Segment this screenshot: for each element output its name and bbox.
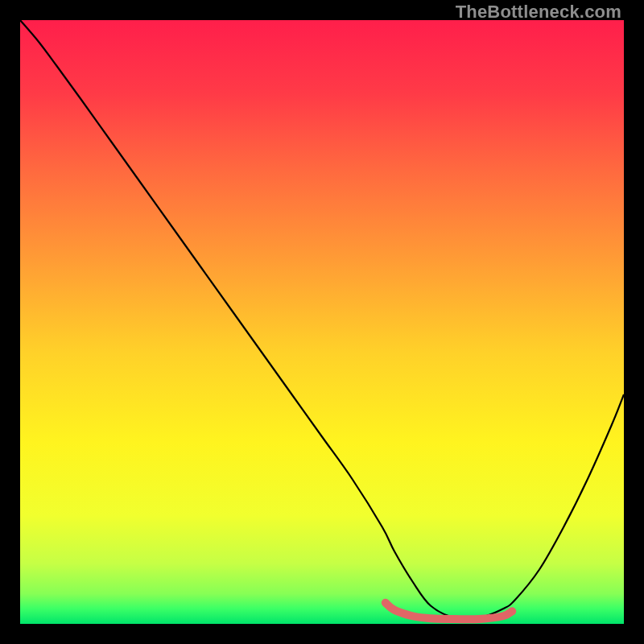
chart-svg (20, 20, 624, 624)
gradient-background (20, 20, 624, 624)
chart-frame: TheBottleneck.com (0, 0, 644, 644)
plot-area (20, 20, 624, 624)
